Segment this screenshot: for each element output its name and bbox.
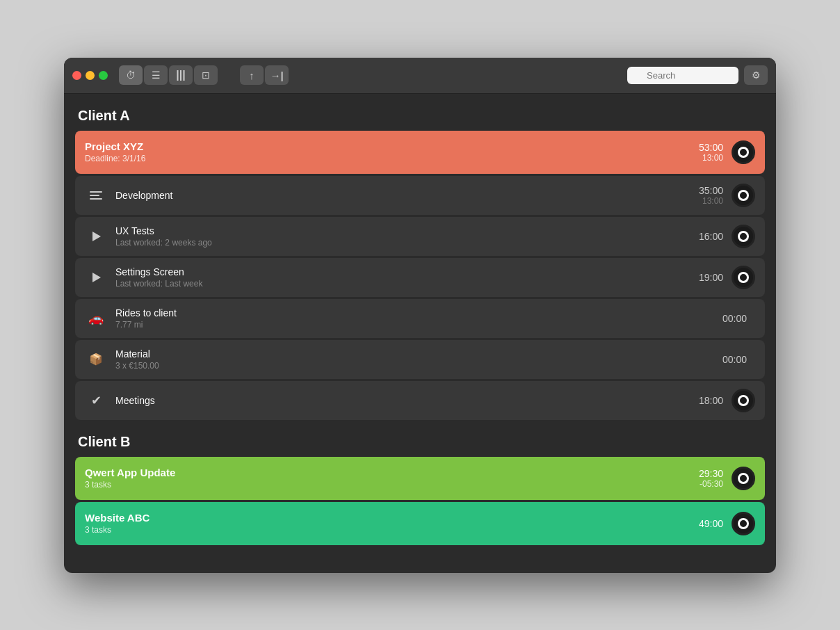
search-wrapper: 🔍 bbox=[627, 67, 738, 84]
chart-icon: ||| bbox=[176, 69, 185, 81]
client-section-a: Client A Project XYZ Deadline: 3/1/16 53… bbox=[75, 108, 765, 420]
project-row-xyz[interactable]: Project XYZ Deadline: 3/1/16 53:00 13:00 bbox=[75, 131, 765, 174]
project-row-website[interactable]: Website ABC 3 tasks 49:00 bbox=[75, 502, 765, 545]
toolbar-left: ⏱ ☰ ||| ⊡ bbox=[119, 65, 218, 85]
rides-time-main: 00:00 bbox=[722, 313, 747, 324]
material-icon: 📦 bbox=[85, 348, 107, 371]
rides-name: Rides to client bbox=[115, 307, 722, 318]
settings-screen-time-main: 19:00 bbox=[699, 272, 723, 283]
project-qwert-info: Qwert App Update 3 tasks bbox=[85, 467, 699, 490]
ux-tests-name: UX Tests bbox=[115, 225, 699, 236]
toolbar-mid: ↑ →| bbox=[240, 65, 289, 85]
settings-screen-timer-button[interactable] bbox=[732, 266, 755, 289]
material-time-main: 00:00 bbox=[722, 354, 747, 365]
export-button[interactable]: ↑ bbox=[240, 65, 264, 85]
meetings-time: 18:00 bbox=[699, 395, 723, 406]
settings-screen-icon bbox=[85, 266, 107, 289]
project-xyz-name: Project XYZ bbox=[85, 140, 699, 152]
meetings-info: Meetings bbox=[115, 395, 699, 406]
inbox-icon: ⊡ bbox=[202, 70, 210, 81]
material-info: Material 3 x €150.00 bbox=[115, 348, 722, 371]
timer-inner-qwert bbox=[738, 473, 749, 484]
development-timer-button[interactable] bbox=[732, 184, 755, 207]
development-name: Development bbox=[115, 190, 699, 201]
logout-button[interactable]: →| bbox=[265, 65, 289, 85]
project-xyz-timer-button[interactable] bbox=[732, 140, 755, 164]
ux-tests-icon bbox=[85, 225, 107, 248]
development-info: Development bbox=[115, 190, 699, 201]
logout-icon: →| bbox=[270, 70, 283, 81]
client-b-title: Client B bbox=[75, 434, 765, 450]
project-website-info: Website ABC 3 tasks bbox=[85, 512, 699, 535]
task-row-development[interactable]: Development 35:00 13:00 bbox=[75, 176, 765, 215]
development-icon bbox=[85, 184, 107, 207]
list-icon: ☰ bbox=[152, 70, 161, 81]
search-input[interactable] bbox=[627, 67, 738, 84]
qwert-timer-button[interactable] bbox=[732, 467, 755, 490]
task-row-ux-tests[interactable]: UX Tests Last worked: 2 weeks ago 16:00 bbox=[75, 217, 765, 256]
rides-info: Rides to client 7.77 mi bbox=[115, 307, 722, 330]
material-time: 00:00 bbox=[722, 354, 747, 365]
settings-screen-time: 19:00 bbox=[699, 272, 723, 283]
task-row-settings-screen[interactable]: Settings Screen Last worked: Last week 1… bbox=[75, 258, 765, 297]
meetings-timer-button[interactable] bbox=[732, 389, 755, 412]
app-window: ⏱ ☰ ||| ⊡ ↑ →| 🔍 ⚙ bbox=[64, 58, 776, 573]
project-xyz-times: 53:00 13:00 bbox=[699, 142, 723, 163]
close-button[interactable] bbox=[72, 71, 81, 80]
settings-screen-sub: Last worked: Last week bbox=[115, 279, 699, 289]
project-website-time-main: 49:00 bbox=[699, 518, 723, 529]
task-row-material[interactable]: 📦 Material 3 x €150.00 00:00 bbox=[75, 340, 765, 379]
ux-tests-timer-button[interactable] bbox=[732, 225, 755, 248]
rides-time: 00:00 bbox=[722, 313, 747, 324]
list-view-button[interactable]: ☰ bbox=[144, 65, 168, 85]
chart-view-button[interactable]: ||| bbox=[169, 65, 193, 85]
development-time: 35:00 13:00 bbox=[699, 185, 723, 206]
timer-inner-xyz bbox=[738, 147, 749, 158]
settings-button[interactable]: ⚙ bbox=[744, 65, 768, 85]
timer-inner-website bbox=[738, 518, 749, 529]
material-sub: 3 x €150.00 bbox=[115, 361, 722, 371]
project-xyz-info: Project XYZ Deadline: 3/1/16 bbox=[85, 140, 699, 163]
play-triangle-icon-2 bbox=[92, 273, 101, 282]
project-qwert-time-sub: -05:30 bbox=[699, 479, 723, 489]
settings-screen-name: Settings Screen bbox=[115, 266, 699, 277]
rides-sub: 7.77 mi bbox=[115, 320, 722, 330]
lines-icon bbox=[90, 191, 102, 200]
project-xyz-time-main: 53:00 bbox=[699, 142, 723, 153]
timer-view-button[interactable]: ⏱ bbox=[119, 65, 143, 85]
minimize-button[interactable] bbox=[86, 71, 95, 80]
project-qwert-sub: 3 tasks bbox=[85, 480, 699, 490]
meetings-icon: ✔ bbox=[85, 389, 107, 412]
ux-tests-sub: Last worked: 2 weeks ago bbox=[115, 238, 699, 248]
task-row-rides[interactable]: 🚗 Rides to client 7.77 mi 00:00 bbox=[75, 299, 765, 338]
client-a-title: Client A bbox=[75, 108, 765, 124]
play-triangle-icon bbox=[92, 232, 101, 241]
traffic-lights bbox=[72, 71, 108, 80]
export-icon: ↑ bbox=[249, 70, 255, 81]
ux-tests-info: UX Tests Last worked: 2 weeks ago bbox=[115, 225, 699, 248]
rides-icon: 🚗 bbox=[85, 307, 107, 330]
task-row-meetings[interactable]: ✔ Meetings 18:00 bbox=[75, 381, 765, 420]
titlebar: ⏱ ☰ ||| ⊡ ↑ →| 🔍 ⚙ bbox=[64, 58, 776, 94]
maximize-button[interactable] bbox=[99, 71, 108, 80]
client-section-b: Client B Qwert App Update 3 tasks 29:30 … bbox=[75, 434, 765, 545]
timer-inner-development bbox=[738, 190, 749, 201]
development-time-main: 35:00 bbox=[699, 185, 723, 196]
project-row-qwert[interactable]: Qwert App Update 3 tasks 29:30 -05:30 bbox=[75, 457, 765, 500]
project-website-name: Website ABC bbox=[85, 512, 699, 524]
ux-tests-time: 16:00 bbox=[699, 231, 723, 242]
website-timer-button[interactable] bbox=[732, 512, 755, 535]
meetings-time-main: 18:00 bbox=[699, 395, 723, 406]
inbox-button[interactable]: ⊡ bbox=[194, 65, 218, 85]
project-qwert-time-main: 29:30 bbox=[699, 468, 723, 479]
ux-tests-time-main: 16:00 bbox=[699, 231, 723, 242]
timer-inner-ux-tests bbox=[738, 231, 749, 242]
meetings-name: Meetings bbox=[115, 395, 699, 406]
timer-inner-meetings bbox=[738, 395, 749, 406]
project-xyz-sub: Deadline: 3/1/16 bbox=[85, 154, 699, 163]
material-name: Material bbox=[115, 348, 722, 360]
gear-icon: ⚙ bbox=[752, 70, 761, 81]
project-qwert-name: Qwert App Update bbox=[85, 467, 699, 478]
project-website-times: 49:00 bbox=[699, 518, 723, 529]
project-website-sub: 3 tasks bbox=[85, 525, 699, 535]
